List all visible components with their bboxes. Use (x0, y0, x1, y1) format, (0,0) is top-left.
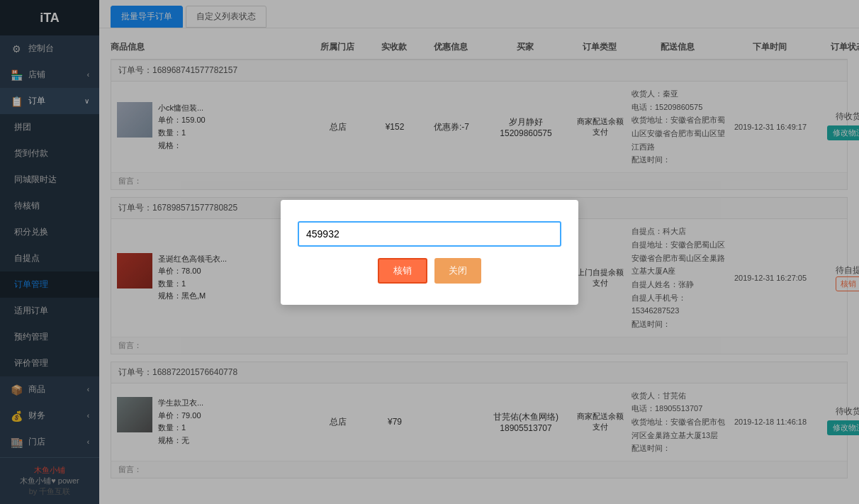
modal-buttons: 核销 关闭 (378, 258, 481, 284)
modal-input[interactable] (298, 221, 561, 247)
modal-close-button[interactable]: 关闭 (434, 258, 481, 284)
modal-confirm-button[interactable]: 核销 (378, 258, 427, 284)
modal-box: 核销 关闭 (281, 200, 578, 305)
modal-overlay: 核销 关闭 (0, 0, 859, 504)
